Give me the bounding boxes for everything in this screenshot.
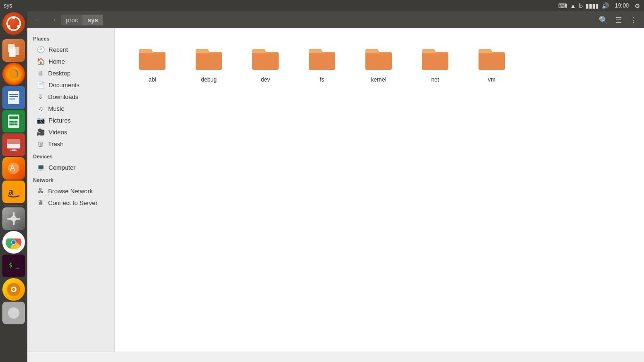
folder-icon-kernel: [363, 43, 394, 74]
folder-icon-net: [420, 43, 450, 74]
svg-rect-18: [12, 123, 15, 125]
recent-icon: 🕐: [37, 46, 45, 53]
breadcrumb-sys[interactable]: sys: [83, 15, 103, 25]
forward-button[interactable]: →: [46, 13, 59, 26]
system-settings-icon[interactable]: ⚙: [635, 2, 640, 9]
svg-point-2: [17, 25, 20, 28]
content-area: Places 🕐 Recent 🏠 Home 🖥 Desktop 📄 Docum…: [27, 28, 644, 352]
svg-rect-21: [7, 139, 20, 144]
videos-icon: 🎥: [37, 128, 45, 136]
svg-rect-9: [9, 94, 18, 95]
launcher-icon-chrome[interactable]: [2, 231, 25, 254]
sidebar-label-browse-network: Browse Network: [48, 188, 93, 195]
svg-point-40: [12, 288, 15, 291]
sidebar-item-downloads[interactable]: ⇓ Downloads: [29, 91, 112, 102]
pictures-icon: 📷: [37, 116, 45, 124]
sidebar-item-computer[interactable]: 💻 Computer: [29, 162, 112, 173]
devices-header: Devices: [27, 150, 114, 161]
desktop-icon: 🖥: [37, 69, 44, 77]
computer-icon: 💻: [37, 164, 45, 171]
folder-icon-abi: [137, 43, 167, 74]
back-button[interactable]: ←: [31, 13, 44, 26]
files-icon: [5, 42, 22, 59]
launcher-icon-files[interactable]: [2, 39, 25, 62]
file-label-fs: fs: [320, 76, 324, 83]
folder-icon-debug: [194, 43, 224, 74]
launcher-icon-writer[interactable]: [2, 86, 25, 109]
system-tray: ⌨ ▲ ɓ ▮▮▮▮ 🔊 19:00 ⚙: [558, 2, 640, 9]
launcher-icon-amazon[interactable]: a: [2, 181, 25, 203]
sidebar-label-documents: Documents: [49, 82, 80, 89]
file-item-debug[interactable]: debug: [181, 38, 237, 89]
sidebar-item-music[interactable]: ♫ Music: [29, 103, 112, 114]
svg-rect-11: [9, 99, 15, 99]
launcher-icon-tools[interactable]: [2, 207, 25, 230]
window-area: A a: [0, 11, 644, 362]
browse-network-icon: 🖧: [37, 187, 44, 195]
file-label-dev: dev: [261, 76, 270, 83]
sidebar-item-connect-server[interactable]: 🖥 Connect to Server: [29, 197, 112, 208]
unity-launcher: A a: [0, 11, 27, 362]
svg-rect-29: [13, 221, 15, 225]
launcher-icon-terminal[interactable]: $ _: [2, 255, 25, 277]
trash-icon: 🗑: [37, 140, 44, 148]
view-options-button[interactable]: ☰: [612, 13, 625, 26]
sidebar-label-home: Home: [49, 58, 65, 65]
file-item-fs[interactable]: fs: [294, 38, 350, 89]
file-item-dev[interactable]: dev: [237, 38, 294, 89]
breadcrumb-proc[interactable]: proc: [61, 15, 83, 25]
bluetooth-icon[interactable]: ɓ: [579, 2, 583, 9]
wifi-icon[interactable]: ▲: [570, 2, 576, 9]
sidebar-label-pictures: Pictures: [49, 117, 71, 124]
sidebar-item-documents[interactable]: 📄 Documents: [29, 79, 112, 90]
launcher-icon-ubuntu[interactable]: [2, 12, 25, 35]
sidebar-item-videos[interactable]: 🎥 Videos: [29, 126, 112, 138]
sidebar-item-browse-network[interactable]: 🖧 Browse Network: [29, 185, 112, 197]
launcher-icon-extra[interactable]: [2, 302, 25, 324]
file-label-debug: debug: [201, 76, 216, 83]
svg-rect-14: [9, 121, 12, 123]
file-manager-window: ← → proc sys 🔍 ☰ ⋮ Places 🕐 Recent 🏠: [27, 11, 644, 362]
svg-rect-28: [13, 212, 15, 217]
clock[interactable]: 19:00: [615, 2, 629, 9]
file-label-kernel: kernel: [371, 76, 387, 83]
more-options-button[interactable]: ⋮: [627, 13, 640, 26]
folder-icon-vm: [477, 43, 507, 74]
launcher-icon-settings[interactable]: [2, 278, 25, 301]
search-button[interactable]: 🔍: [597, 13, 610, 26]
svg-rect-19: [15, 123, 17, 125]
file-item-abi[interactable]: abi: [124, 38, 181, 89]
terminal-icon: $ _: [5, 257, 22, 274]
music-icon: ♫: [37, 105, 44, 112]
svg-text:$ _: $ _: [9, 262, 19, 269]
impress-icon: [5, 136, 22, 153]
sidebar: Places 🕐 Recent 🏠 Home 🖥 Desktop 📄 Docum…: [27, 28, 115, 352]
status-bar: [27, 352, 644, 362]
file-item-kernel[interactable]: kernel: [350, 38, 407, 89]
file-label-abi: abi: [149, 76, 156, 83]
launcher-icon-appstore[interactable]: A: [2, 157, 25, 180]
downloads-icon: ⇓: [37, 93, 44, 100]
volume-icon[interactable]: 🔊: [602, 2, 609, 9]
sidebar-label-music: Music: [48, 105, 64, 112]
sidebar-item-pictures[interactable]: 📷 Pictures: [29, 115, 112, 126]
sidebar-item-recent[interactable]: 🕐 Recent: [29, 44, 112, 55]
file-item-net[interactable]: net: [407, 38, 463, 89]
file-label-net: net: [431, 76, 439, 83]
launcher-icon-firefox[interactable]: [2, 63, 25, 85]
extra-app-icon: [5, 304, 22, 321]
sidebar-item-home[interactable]: 🏠 Home: [29, 56, 112, 67]
svg-text:a: a: [8, 187, 14, 197]
launcher-icon-impress[interactable]: [2, 133, 25, 156]
system-bar: sys ⌨ ▲ ɓ ▮▮▮▮ 🔊 19:00 ⚙: [0, 0, 644, 11]
launcher-icon-calc[interactable]: [2, 110, 25, 132]
sidebar-item-desktop[interactable]: 🖥 Desktop: [29, 67, 112, 79]
svg-rect-17: [9, 123, 12, 125]
battery-icon[interactable]: ▮▮▮▮: [586, 2, 599, 9]
sidebar-label-computer: Computer: [49, 164, 75, 171]
sidebar-item-trash[interactable]: 🗑 Trash: [29, 138, 112, 149]
file-item-vm[interactable]: vm: [463, 38, 520, 89]
sidebar-label-connect-server: Connect to Server: [48, 199, 98, 206]
svg-rect-15: [12, 121, 15, 123]
places-header: Places: [27, 32, 114, 43]
